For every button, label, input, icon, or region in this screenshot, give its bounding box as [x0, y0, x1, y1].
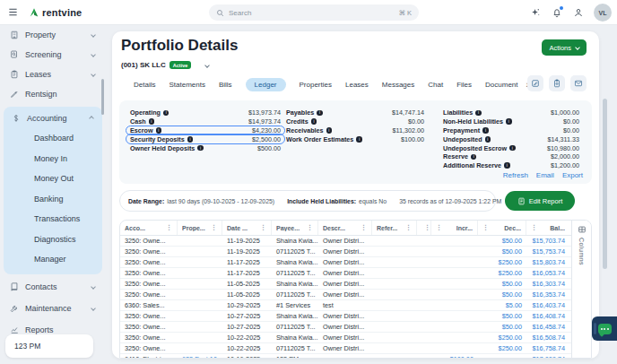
sidebar-subitem-money-out[interactable]: Money Out: [4, 169, 102, 189]
hamburger-menu-icon[interactable]: [7, 6, 20, 19]
sidebar-subitem-diagnostics[interactable]: Diagnostics: [4, 230, 102, 250]
cell-decrease[interactable]: $50.00: [478, 279, 526, 289]
sidebar-item-rentsign[interactable]: Rentsign: [0, 84, 106, 104]
kebab-menu-icon[interactable]: ⋮: [403, 224, 412, 231]
info-icon[interactable]: i: [163, 110, 169, 117]
table-row[interactable]: 3250: Owne...11-05-2025Shaina Kwia...Own…: [120, 279, 571, 290]
mail-icon-button[interactable]: [570, 75, 587, 91]
sidebar-subitem-dashboard[interactable]: Dashboard: [4, 128, 102, 149]
cell-balance[interactable]: $15,803.74: [526, 257, 569, 267]
cell-balance[interactable]: $15,703.74: [526, 236, 569, 246]
cell-decrease[interactable]: $250.00: [478, 343, 526, 353]
sidebar-subitem-manager[interactable]: Manager: [4, 249, 102, 270]
table-row[interactable]: 3250: Owne...11-19-2025Shaina Kwia...Own…: [120, 236, 571, 247]
avatar[interactable]: VL: [594, 4, 612, 22]
cell-balance[interactable]: $16,303.74: [526, 279, 569, 289]
cell-decrease[interactable]: $250.00: [478, 257, 526, 267]
cell-balance[interactable]: $16,458.74: [526, 322, 569, 332]
link-export[interactable]: Export: [562, 171, 583, 179]
cell-decrease[interactable]: $50.00: [478, 236, 526, 246]
cell-balance[interactable]: $15,753.74: [526, 247, 569, 256]
table-row[interactable]: 3250: Owne...10-22-2025Shaina Kwia...Own…: [120, 333, 571, 343]
kebab-menu-icon[interactable]: ⋮: [482, 224, 491, 231]
table-row[interactable]: 3250: Owne...11-17-2025Shaina Kwia...Own…: [120, 257, 571, 268]
kebab-menu-icon[interactable]: ⋮: [531, 224, 540, 231]
column-header-dec[interactable]: ⋮Dec...: [478, 221, 526, 235]
link-refresh[interactable]: Refresh: [503, 171, 528, 179]
sidebar-scrollbar[interactable]: [101, 79, 104, 115]
tab-messages[interactable]: Messages: [382, 81, 414, 89]
tab-chat[interactable]: Chat: [428, 81, 443, 89]
column-header-payee[interactable]: Payee...⋮: [272, 221, 318, 235]
note-edit-icon-button[interactable]: [527, 75, 543, 91]
cell-balance[interactable]: $16,758.74: [526, 343, 569, 353]
cell-decrease[interactable]: $5.00: [478, 300, 526, 310]
portfolio-selector[interactable]: (001) SK LLC Active: [121, 61, 211, 69]
cell-decrease[interactable]: $250.00: [478, 333, 526, 342]
user-icon[interactable]: [572, 7, 584, 19]
sidebar-subitem-banking[interactable]: Banking: [4, 189, 102, 210]
info-icon[interactable]: i: [485, 136, 491, 143]
cell-balance[interactable]: $16,403.74: [526, 300, 569, 310]
chat-widget[interactable]: [592, 316, 617, 341]
column-header-prope[interactable]: Prope...⋮: [178, 221, 222, 235]
tab-properties[interactable]: Properties: [300, 81, 332, 89]
sidebar-subitem-money-in[interactable]: Money In: [4, 149, 102, 169]
kebab-menu-icon[interactable]: ⋮: [163, 224, 172, 231]
tab-leases[interactable]: Leases: [345, 81, 369, 89]
table-row[interactable]: 3250: Owne...11-19-202507112025 T...Owne…: [120, 247, 571, 257]
info-icon[interactable]: i: [156, 127, 162, 134]
cell-balance[interactable]: $17,008.74: [526, 354, 569, 358]
cell-decrease[interactable]: $50.00: [478, 322, 526, 332]
search-input[interactable]: Search ⌘ K: [209, 4, 419, 21]
info-icon[interactable]: i: [482, 127, 489, 134]
cell-balance[interactable]: $16,408.74: [526, 311, 569, 321]
table-row[interactable]: 6360: Sales...10-29-2025#1 Servicestest$…: [120, 300, 571, 311]
cell-balance[interactable]: $16,353.74: [526, 290, 569, 299]
kebab-menu-icon[interactable]: ⋮: [358, 224, 367, 231]
column-header-incr[interactable]: ⋮Incr...: [431, 221, 478, 235]
filter-held-liabilities[interactable]: Include Held Liabilities: equals No: [287, 198, 387, 204]
table-row[interactable]: 3250: Owne...10-27-202507112025 T...Owne…: [120, 322, 571, 333]
table-row[interactable]: 3250: Owne...11-05-202507112025 T...Owne…: [120, 290, 571, 300]
info-icon[interactable]: i: [311, 118, 317, 125]
tab-document[interactable]: Document: [485, 81, 517, 89]
tab-files[interactable]: Files: [456, 81, 472, 89]
ai-sparkle-icon[interactable]: [529, 7, 541, 19]
column-header-date[interactable]: Date ...⋮: [222, 221, 272, 235]
tab-details[interactable]: Details: [134, 81, 155, 89]
table-row[interactable]: 3250: Owne...10-22-202507112025 T...Owne…: [120, 343, 571, 354]
cell-balance[interactable]: $16,508.74: [526, 333, 569, 342]
tab-bills[interactable]: Bills: [219, 81, 232, 89]
info-icon[interactable]: i: [506, 118, 512, 125]
sidebar-item-leases[interactable]: Leases: [0, 65, 106, 84]
info-icon[interactable]: i: [504, 162, 510, 169]
tab-statements[interactable]: Statements: [169, 81, 204, 89]
info-icon[interactable]: i: [187, 136, 194, 143]
cell-increase[interactable]: $100.00: [431, 354, 478, 358]
column-header-descr[interactable]: Descr...⋮: [318, 221, 372, 235]
sidebar-item-accounting[interactable]: Accounting: [4, 108, 102, 128]
kebab-menu-icon[interactable]: ⋮: [208, 224, 217, 231]
sidebar-subitem-transactions[interactable]: Transactions: [4, 209, 102, 230]
cell-decrease[interactable]: $250.00: [478, 268, 526, 278]
cell-decrease[interactable]: $50.00: [478, 311, 526, 321]
sidebar-item-screening[interactable]: Screening: [0, 45, 106, 65]
actions-button[interactable]: Actions: [542, 39, 587, 56]
column-header-blank[interactable]: ⋮: [417, 221, 431, 235]
edit-report-button[interactable]: Edit Report: [505, 191, 575, 211]
table-row[interactable]: 6410: Electric623 East 1010-16-2025123 P…: [120, 354, 571, 358]
info-icon[interactable]: i: [149, 118, 155, 125]
sidebar-item-contacts[interactable]: Contacts: [0, 276, 106, 298]
cell-balance[interactable]: $16,053.74: [526, 268, 569, 278]
kebab-menu-icon[interactable]: ⋮: [421, 224, 430, 231]
kebab-menu-icon[interactable]: ⋮: [304, 224, 313, 231]
info-icon[interactable]: i: [317, 110, 323, 117]
clipboard-icon-button[interactable]: [549, 75, 565, 91]
cell-decrease[interactable]: $50.00: [478, 247, 526, 256]
info-icon[interactable]: i: [475, 110, 482, 117]
link-email[interactable]: Email: [536, 171, 554, 179]
cell-property[interactable]: 623 East 10: [178, 354, 222, 358]
page-scrollbar[interactable]: [603, 99, 607, 269]
kebab-menu-icon[interactable]: ⋮: [257, 224, 266, 231]
